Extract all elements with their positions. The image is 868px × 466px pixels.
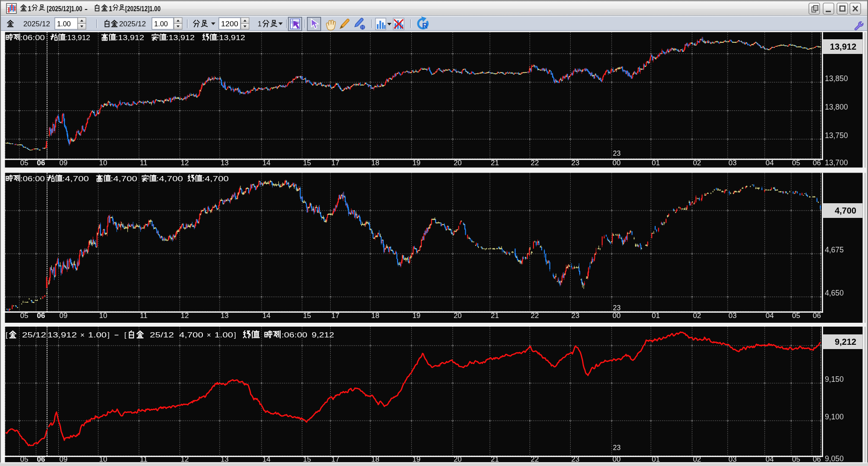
svg-text:13: 13: [221, 159, 229, 167]
svg-text:4,700: 4,700: [179, 331, 203, 339]
svg-text:4,675: 4,675: [825, 246, 844, 254]
svg-text:2025/12: 2025/12: [119, 20, 146, 28]
svg-text:06: 06: [37, 455, 45, 463]
svg-text:22: 22: [531, 455, 539, 463]
svg-text::4,700: :4,700: [156, 175, 183, 183]
svg-text::13,912: :13,912: [116, 34, 144, 42]
svg-text:9,212: 9,212: [312, 331, 334, 339]
svg-text:05: 05: [20, 455, 28, 463]
svg-text:17: 17: [331, 159, 340, 167]
svg-text:[: [: [6, 331, 8, 339]
svg-text:1: 1: [28, 5, 32, 13]
svg-text:19: 19: [412, 312, 420, 320]
svg-text:21: 21: [491, 159, 499, 167]
svg-text:1: 1: [258, 20, 262, 28]
svg-text:17: 17: [331, 455, 340, 463]
svg-text:14: 14: [262, 159, 271, 167]
svg-text:11: 11: [140, 159, 148, 167]
svg-text:25/12: 25/12: [22, 331, 46, 339]
svg-text::4,700: :4,700: [110, 175, 137, 183]
svg-text:19: 19: [412, 455, 420, 463]
svg-text:19: 19: [412, 159, 420, 167]
svg-text:1.00: 1.00: [57, 20, 71, 28]
svg-text:06: 06: [813, 159, 821, 167]
svg-text:1.00: 1.00: [154, 20, 168, 28]
svg-text:9,212: 9,212: [835, 337, 856, 346]
svg-text:04: 04: [766, 159, 774, 167]
svg-text:]: ]: [234, 331, 236, 339]
svg-text:[2025/12]1.00: [2025/12]1.00: [125, 5, 161, 13]
svg-text:03: 03: [729, 159, 737, 167]
svg-text:-: -: [85, 5, 88, 13]
svg-text:01: 01: [652, 312, 660, 320]
svg-text:1: 1: [109, 5, 112, 13]
svg-text:06: 06: [37, 312, 45, 320]
svg-text:09: 09: [60, 455, 68, 463]
svg-text:23: 23: [613, 150, 621, 157]
svg-text::13,912: :13,912: [166, 34, 195, 42]
svg-text:1200: 1200: [221, 20, 238, 28]
svg-text:00: 00: [612, 312, 621, 320]
svg-text:10: 10: [99, 159, 107, 167]
svg-text:13,750: 13,750: [825, 131, 848, 140]
svg-text:03: 03: [729, 455, 737, 463]
svg-text:04: 04: [766, 312, 774, 320]
svg-text:13: 13: [221, 455, 229, 463]
svg-text:02: 02: [693, 159, 701, 167]
svg-text:18: 18: [371, 455, 379, 463]
svg-text:14: 14: [262, 455, 271, 463]
svg-text:10: 10: [99, 455, 107, 463]
svg-text:×: ×: [207, 331, 211, 339]
svg-text:13,912: 13,912: [47, 331, 77, 339]
svg-text:05: 05: [792, 455, 800, 463]
svg-text:23: 23: [571, 159, 580, 167]
svg-text::06:00: :06:00: [281, 331, 307, 339]
svg-text:18: 18: [371, 159, 379, 167]
svg-text:11: 11: [140, 455, 148, 463]
svg-text:11: 11: [140, 312, 148, 320]
svg-text:23: 23: [571, 312, 580, 320]
svg-text:1.00: 1.00: [88, 331, 107, 339]
svg-text:01: 01: [652, 455, 660, 463]
svg-text:09: 09: [60, 159, 68, 167]
svg-text:22: 22: [531, 159, 539, 167]
svg-text:05: 05: [20, 312, 28, 320]
svg-text:03: 03: [729, 312, 737, 320]
svg-text:21: 21: [491, 312, 499, 320]
svg-text:04: 04: [766, 455, 774, 463]
svg-text:13,800: 13,800: [825, 103, 848, 111]
svg-text:05: 05: [792, 159, 800, 167]
svg-text:25/12: 25/12: [150, 331, 174, 339]
svg-text:20: 20: [454, 455, 462, 463]
svg-text:4,700: 4,700: [835, 206, 856, 215]
svg-text:20: 20: [454, 159, 462, 167]
svg-text:06: 06: [813, 312, 821, 320]
svg-text:×: ×: [80, 331, 85, 339]
svg-text:02: 02: [693, 455, 701, 463]
svg-text:17: 17: [331, 312, 340, 320]
svg-text:15: 15: [303, 159, 311, 167]
svg-text:15: 15: [303, 312, 311, 320]
svg-text:12: 12: [181, 159, 189, 167]
svg-text:4,650: 4,650: [825, 289, 844, 297]
svg-text:23: 23: [613, 304, 621, 312]
svg-text:23: 23: [613, 444, 621, 451]
svg-text:13: 13: [221, 312, 229, 320]
svg-text:15: 15: [303, 455, 311, 463]
svg-text:02: 02: [693, 312, 701, 320]
svg-text::4,700: :4,700: [202, 175, 229, 183]
svg-text:18: 18: [371, 312, 379, 320]
svg-text::06:00: :06:00: [20, 34, 45, 42]
svg-text:9,050: 9,050: [825, 454, 844, 463]
svg-text:23: 23: [571, 455, 580, 463]
svg-text:06: 06: [37, 159, 45, 167]
svg-text::13,912: :13,912: [65, 34, 90, 42]
svg-text:13,912: 13,912: [830, 42, 856, 51]
svg-text:22: 22: [531, 312, 539, 320]
svg-text::06:00: :06:00: [20, 175, 45, 183]
svg-text:9,100: 9,100: [825, 412, 844, 421]
svg-text:[: [: [124, 331, 126, 339]
svg-text:12: 12: [181, 455, 189, 463]
svg-text::4,700: :4,700: [62, 175, 89, 183]
svg-text:[2025/12]1.00: [2025/12]1.00: [47, 5, 82, 13]
